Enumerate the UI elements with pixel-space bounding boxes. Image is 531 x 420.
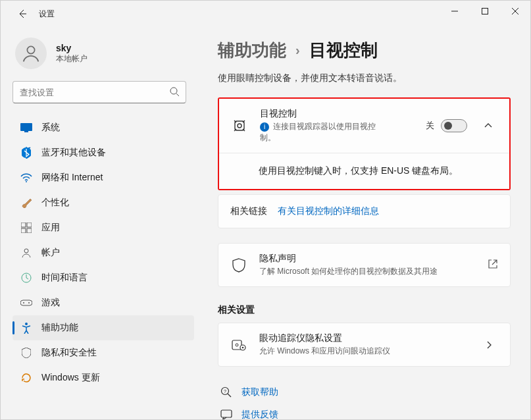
app-title: 设置 — [39, 9, 55, 20]
eye-tracker-privacy-row[interactable]: 眼动追踪仪隐私设置 允许 Windows 和应用访问眼动追踪仪 — [218, 323, 510, 366]
nav-windows-update[interactable]: Windows 更新 — [13, 365, 194, 390]
back-button[interactable] — [13, 4, 32, 24]
nav-label: 网络和 Internet — [41, 172, 103, 184]
svg-text:?: ? — [224, 389, 226, 394]
related-links-label: 相关链接 — [230, 205, 267, 217]
chevron-right-icon: › — [295, 43, 300, 58]
eye-icon — [231, 118, 248, 134]
collapse-button[interactable] — [479, 117, 497, 135]
toggle-state-label: 关 — [426, 120, 434, 132]
close-icon — [512, 8, 518, 14]
highlighted-region: 目视控制 i连接目视跟踪器以使用目视控制。 关 使用目视控制键入时，仅支持 EN… — [218, 97, 511, 190]
svg-point-6 — [26, 181, 27, 182]
breadcrumb-parent[interactable]: 辅助功能 — [218, 39, 286, 62]
arrow-left-icon — [17, 9, 28, 19]
eye-control-row[interactable]: 目视控制 i连接目视跟踪器以使用目视控制。 关 — [219, 99, 509, 153]
nav-gaming[interactable]: 游戏 — [13, 290, 194, 315]
wifi-icon — [20, 172, 32, 184]
apps-icon — [20, 222, 32, 234]
person-small-icon — [20, 247, 32, 259]
account-block[interactable]: sky 本地帐户 — [13, 34, 194, 81]
tracker-privacy-sub: 允许 Windows 和应用访问眼动追踪仪 — [259, 346, 468, 357]
nav-accessibility[interactable]: 辅助功能 — [13, 315, 194, 340]
brush-icon — [20, 197, 32, 209]
nav-bluetooth[interactable]: 蓝牙和其他设备 — [13, 140, 194, 165]
nav-personalization[interactable]: 个性化 — [13, 190, 194, 215]
search-input[interactable] — [13, 81, 186, 103]
maximize-icon — [482, 8, 488, 14]
display-icon — [20, 122, 32, 134]
shield-outline-icon — [230, 258, 247, 273]
eye-control-toggle[interactable] — [441, 119, 467, 132]
eye-control-info-link[interactable]: 有关目视控制的详细信息 — [278, 205, 379, 217]
svg-rect-17 — [235, 121, 244, 130]
svg-point-16 — [25, 323, 28, 325]
search-icon — [169, 86, 180, 99]
avatar — [15, 38, 47, 69]
bluetooth-icon — [20, 147, 32, 159]
nav-label: 帐户 — [41, 247, 60, 259]
svg-rect-7 — [21, 223, 26, 227]
nav-label: 个性化 — [41, 197, 69, 209]
nav-label: 蓝牙和其他设备 — [41, 147, 106, 159]
nav-label: 应用 — [41, 222, 60, 234]
minimize-button[interactable] — [440, 1, 470, 22]
chevron-right-icon — [484, 340, 493, 350]
nav-label: 辅助功能 — [41, 322, 78, 334]
accessibility-icon — [20, 322, 32, 334]
get-help-link[interactable]: ? 获取帮助 — [218, 381, 511, 404]
globe-clock-icon — [20, 272, 32, 284]
svg-rect-25 — [221, 410, 232, 417]
account-name: sky — [56, 43, 88, 53]
svg-rect-3 — [20, 123, 32, 131]
feedback-label: 提供反馈 — [241, 409, 278, 419]
eye-control-title: 目视控制 — [260, 108, 414, 120]
nav-apps[interactable]: 应用 — [13, 215, 194, 240]
open-external-button[interactable] — [488, 259, 498, 272]
svg-point-15 — [28, 302, 30, 303]
page-subtitle: 使用眼睛控制设备，并使用文本转语音说话。 — [218, 72, 511, 84]
svg-rect-9 — [21, 228, 26, 233]
svg-rect-0 — [482, 9, 488, 14]
privacy-title: 隐私声明 — [259, 253, 476, 265]
nav-network[interactable]: 网络和 Internet — [13, 165, 194, 190]
nav-label: 系统 — [41, 122, 60, 134]
sidebar-nav: 系统 蓝牙和其他设备 网络和 Internet 个性化 应用 — [13, 115, 194, 390]
nav-system[interactable]: 系统 — [13, 115, 194, 140]
nav-label: 隐私和安全性 — [41, 347, 97, 359]
tracker-icon — [230, 338, 247, 352]
privacy-statement-row[interactable]: 隐私声明 了解 Microsoft 如何处理你的目视控制数据及其用途 — [218, 244, 510, 286]
related-settings-heading: 相关设置 — [218, 304, 511, 316]
svg-point-11 — [24, 249, 28, 253]
feedback-link[interactable]: 提供反馈 — [218, 404, 511, 419]
keyboard-note: 使用目视控制键入时，仅支持 EN-US 键盘布局。 — [219, 153, 509, 189]
tracker-privacy-title: 眼动追踪仪隐私设置 — [259, 332, 468, 344]
close-button[interactable] — [500, 1, 530, 22]
nav-label: 时间和语言 — [41, 272, 88, 284]
related-links-row: 相关链接 有关目视控制的详细信息 — [218, 195, 510, 228]
eye-control-sub: i连接目视跟踪器以使用目视控制。 — [260, 121, 378, 144]
navigate-button[interactable] — [480, 336, 498, 354]
svg-point-18 — [238, 124, 241, 128]
shield-icon — [20, 347, 32, 359]
update-icon — [20, 372, 32, 384]
nav-time-language[interactable]: 时间和语言 — [13, 265, 194, 290]
account-sub: 本地帐户 — [56, 53, 88, 65]
svg-point-14 — [23, 302, 24, 303]
get-help-label: 获取帮助 — [241, 386, 278, 398]
chevron-up-icon — [484, 121, 493, 130]
nav-accounts[interactable]: 帐户 — [13, 240, 194, 265]
svg-rect-10 — [27, 228, 32, 233]
breadcrumb: 辅助功能 › 目视控制 — [218, 39, 511, 62]
open-external-icon — [488, 259, 498, 269]
svg-point-22 — [242, 346, 244, 348]
maximize-button[interactable] — [470, 1, 500, 22]
person-icon — [21, 43, 41, 63]
svg-point-20 — [236, 344, 238, 346]
gamepad-icon — [20, 297, 32, 309]
nav-privacy[interactable]: 隐私和安全性 — [13, 340, 194, 365]
svg-rect-13 — [20, 300, 32, 305]
svg-point-2 — [170, 88, 177, 94]
privacy-sub: 了解 Microsoft 如何处理你的目视控制数据及其用途 — [259, 266, 476, 277]
feedback-icon — [220, 409, 232, 419]
